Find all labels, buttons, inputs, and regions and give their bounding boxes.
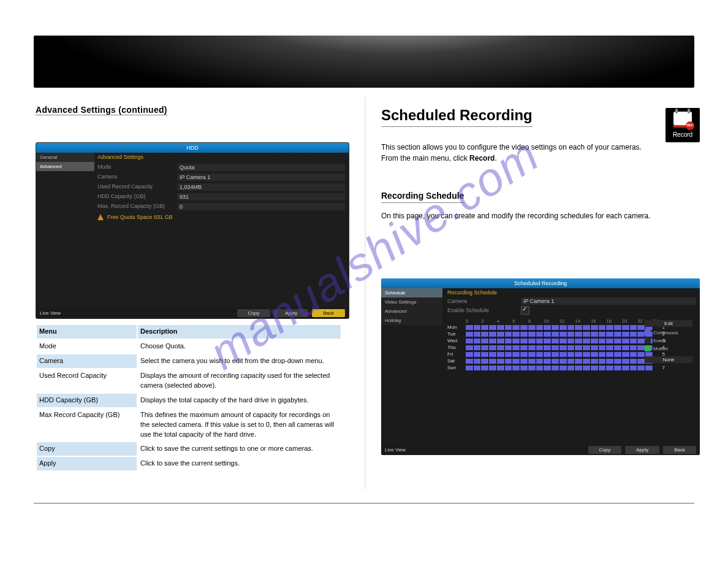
right-subheading: Recording Schedule	[381, 190, 464, 203]
hdd-label-used: Used Record Capacity	[97, 183, 177, 191]
day-label: Wed	[447, 338, 466, 343]
day-label: Sat	[447, 358, 466, 364]
hour-tick: 8	[528, 318, 544, 324]
schedule-bar[interactable]	[466, 332, 653, 337]
page-divider	[34, 503, 694, 504]
table-row: This defines the maximum amount of capac…	[138, 408, 341, 442]
schedule-bar[interactable]	[466, 359, 653, 364]
day-label: Sun	[447, 365, 466, 370]
table-row: Max Record Capacity (GB)	[37, 408, 137, 442]
page-banner	[34, 36, 694, 88]
record-icon-label: Record	[673, 130, 692, 139]
right-intro: This section allows you to configure the…	[381, 142, 700, 164]
sched-window-title: Scheduled Recording	[381, 278, 700, 288]
legend-label: Continuous	[653, 330, 678, 335]
table-row: Choose Quota.	[138, 340, 341, 353]
table-row: Used Record Capacity	[37, 369, 137, 393]
legend-label: Event	[653, 338, 665, 343]
legend-none-button[interactable]: None	[645, 356, 692, 363]
hour-tick: 14	[575, 318, 591, 324]
sched-nav: Schedule Video Settings Advanced Holiday	[381, 288, 442, 325]
sched-camera-value[interactable]: IP Camera 1	[521, 297, 696, 305]
right-subtext: On this page, you can create and modify …	[381, 210, 700, 221]
hdd-menu-table: MenuDescription ModeChoose Quota. Camera…	[36, 324, 342, 472]
table-head-desc: Description	[138, 325, 341, 339]
hour-tick: 4	[497, 318, 513, 324]
hdd-nav: General Advanced	[36, 153, 94, 171]
sched-pane-heading: Recording Schedule	[447, 289, 696, 296]
hour-tick: 6	[513, 318, 529, 324]
legend-edit-button[interactable]: Edit	[645, 320, 692, 327]
hdd-back-button[interactable]: Back	[312, 309, 345, 317]
table-head-menu: Menu	[37, 325, 137, 339]
hdd-label-maxrec: Max. Record Capacity (GB)	[97, 203, 177, 210]
schedule-bar[interactable]	[466, 339, 653, 343]
table-row: Select the camera you wish to edit from …	[138, 354, 341, 368]
table-row: Click to save the current settings to on…	[138, 442, 341, 456]
sched-copy-button[interactable]: Copy	[588, 446, 622, 454]
warning-icon	[97, 214, 104, 220]
hdd-value-camera[interactable]: IP Camera 1	[177, 174, 345, 181]
schedule-bar[interactable]	[466, 352, 653, 357]
schedule-bar[interactable]	[466, 325, 653, 330]
hour-tick: 12	[559, 318, 575, 324]
hour-tick: 20	[622, 318, 638, 324]
hour-tick: 18	[607, 318, 623, 324]
sched-nav-holiday[interactable]: Holiday	[381, 316, 442, 325]
hdd-copy-button[interactable]: Copy	[237, 309, 271, 317]
hdd-value-mode[interactable]: Quota	[177, 164, 345, 171]
legend-swatch-event[interactable]	[645, 337, 651, 343]
table-row: Copy	[37, 442, 137, 456]
sched-liveview[interactable]: Live View	[385, 447, 406, 453]
left-section-title: Advanced Settings (continued)	[36, 105, 167, 115]
hour-tick: 0	[466, 318, 482, 324]
sched-camera-label: Camera	[447, 298, 521, 304]
legend: Edit Continuous Event Motion None	[645, 320, 692, 363]
hdd-apply-button[interactable]: Apply	[274, 309, 308, 317]
sched-apply-button[interactable]: Apply	[625, 446, 659, 454]
table-row: Mode	[37, 340, 137, 353]
sched-day-row[interactable]: Sun7	[447, 364, 696, 371]
hdd-liveview[interactable]: Live View	[40, 310, 61, 316]
sched-enable-checkbox[interactable]	[521, 306, 529, 315]
hdd-screenshot: HDD General Advanced Advanced Settings M…	[36, 142, 349, 319]
day-num: 7	[655, 365, 665, 370]
hdd-value-hddcap: 931	[177, 193, 345, 201]
record-icon[interactable]: REC Record	[665, 108, 700, 142]
schedule-bar[interactable]	[466, 345, 653, 350]
hdd-nav-general[interactable]: General	[36, 153, 94, 162]
table-row: Camera	[37, 354, 137, 368]
calendar-icon: REC	[673, 112, 692, 128]
table-row: Displays the amount of recording capacit…	[138, 369, 341, 393]
day-label: Thu	[447, 345, 466, 350]
hour-tick: 10	[544, 318, 560, 324]
hdd-window-title: HDD	[36, 143, 349, 153]
table-row: Click to save the current settings.	[138, 457, 341, 470]
right-intro-after: .	[495, 154, 496, 163]
sched-nav-schedule[interactable]: Schedule	[381, 288, 442, 297]
hdd-nav-advanced[interactable]: Advanced	[36, 162, 94, 171]
day-label: Mon	[447, 324, 466, 330]
legend-swatch-continuous[interactable]	[645, 329, 651, 335]
sched-nav-advanced[interactable]: Advanced	[381, 307, 442, 316]
page-gutter	[364, 97, 366, 489]
schedule-screenshot: Scheduled Recording Schedule Video Setti…	[381, 278, 700, 455]
sched-enable-label: Enable Schedule	[447, 307, 521, 313]
legend-label: Motion	[653, 346, 668, 351]
hour-tick: 2	[482, 318, 498, 324]
table-row: Apply	[37, 457, 137, 470]
sched-nav-video[interactable]: Video Settings	[381, 297, 442, 307]
hdd-label-mode: Mode	[97, 164, 177, 171]
hdd-label-hddcap: HDD Capacity (GB)	[97, 193, 177, 201]
legend-swatch-motion[interactable]	[645, 345, 651, 351]
hdd-value-maxrec[interactable]: 0	[177, 203, 345, 210]
day-label: Tue	[447, 331, 466, 337]
sched-back-button[interactable]: Back	[663, 446, 696, 454]
hdd-label-camera: Camera	[97, 174, 177, 181]
table-row: HDD Capacity (GB)	[37, 394, 137, 407]
schedule-bar[interactable]	[466, 366, 653, 370]
hdd-pane: Advanced Settings ModeQuota CameraIP Cam…	[97, 154, 345, 220]
day-label: Fri	[447, 351, 466, 357]
right-intro-bold: Record	[469, 154, 495, 163]
table-row: Displays the total capacity of the hard …	[138, 394, 341, 407]
